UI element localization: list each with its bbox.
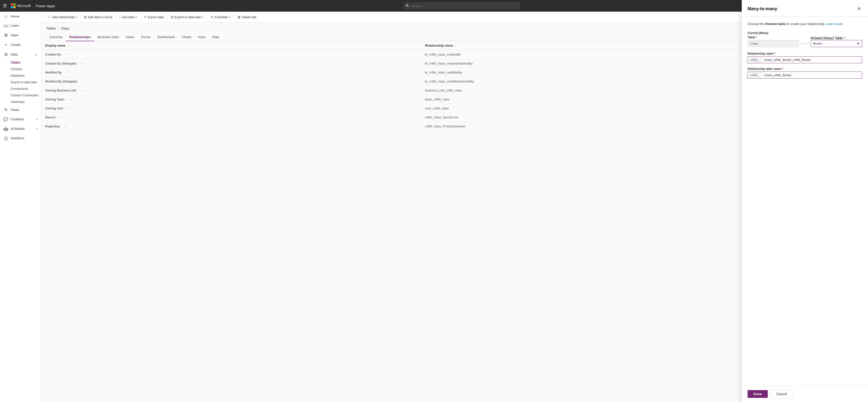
- get-data-icon: ↓: [120, 15, 121, 19]
- sidebar-label-aibuilder: AI Builder: [11, 127, 25, 131]
- current-table-value: Class: [748, 40, 799, 47]
- sidebar-label-learn: Learn: [11, 24, 19, 27]
- display-name-text: Modified By (Delegate): [45, 79, 77, 83]
- col-display-name[interactable]: Display name ↑↓: [41, 41, 421, 50]
- sidebar-item-aibuilder[interactable]: 🤖 AI Builder ▾: [0, 124, 41, 133]
- panel-body: Choose the Related table to create your …: [742, 17, 868, 386]
- panel-close-button[interactable]: ✕: [856, 12, 862, 12]
- relationship-name-group: Relationship name * crfb6_: [748, 52, 862, 63]
- sidebar-item-chatbots[interactable]: 💬 Chatbots ▾: [0, 114, 41, 124]
- tables-row: Current (Many) Table * Class * — * Relat…: [748, 31, 862, 47]
- display-name-text: Owning Team: [45, 98, 64, 101]
- rel-name-text: user_crfb6_class: [425, 106, 449, 110]
- row-dots-menu[interactable]: ···: [66, 70, 70, 74]
- export-lake-label: Export to data lake: [175, 15, 201, 19]
- breadcrumb: Tables › Class: [46, 27, 863, 30]
- sidebar-item-apps[interactable]: ⊞ Apps: [0, 30, 41, 40]
- export-lake-button[interactable]: ⊟ Export to data lake ▾: [168, 14, 206, 20]
- sidebar-label-choices: Choices: [11, 67, 22, 71]
- cancel-button[interactable]: Cancel: [770, 390, 793, 398]
- excel-icon: ⊞: [84, 15, 87, 19]
- sidebar-label-flows: Flows: [11, 108, 19, 111]
- edit-excel-button[interactable]: ⊞ Edit data in Excel: [82, 14, 115, 20]
- learn-more-link[interactable]: Learn more: [826, 22, 843, 26]
- sort-display-name[interactable]: ↑↓: [67, 44, 70, 47]
- export-data-button[interactable]: ↗ Export data: [141, 14, 166, 20]
- search-bar[interactable]: 🔍: [403, 2, 520, 9]
- rel-name-text: lk_crfb6_class_createdonbehalfby: [425, 62, 473, 65]
- row-dots-menu[interactable]: ···: [81, 79, 86, 83]
- tab-columns[interactable]: Columns: [46, 33, 66, 41]
- menu-icon[interactable]: ☰: [3, 3, 7, 8]
- row-dots-menu[interactable]: ···: [81, 61, 85, 65]
- tab-dashboards[interactable]: Dashboards: [154, 33, 179, 41]
- get-data-label: Get data: [122, 15, 134, 19]
- row-dots-menu[interactable]: ···: [59, 115, 64, 119]
- tab-keys[interactable]: Keys: [195, 33, 209, 41]
- rel-name-text: team_crfb6_class: [425, 98, 450, 101]
- aibuilder-chevron: ▾: [36, 127, 38, 130]
- sidebar-item-solutions[interactable]: ◫ Solutions: [0, 133, 41, 143]
- display-name-cell: Regarding ···: [41, 122, 421, 131]
- related-section-label: Related (Many): [811, 36, 835, 40]
- sidebar-item-tables[interactable]: Tables: [0, 59, 41, 66]
- breadcrumb-sep: ›: [58, 27, 59, 30]
- sidebar-label-create: Create: [11, 43, 21, 46]
- sidebar-item-connections[interactable]: Connections: [0, 86, 41, 92]
- sidebar-item-choices[interactable]: Choices: [0, 66, 41, 72]
- breadcrumb-root[interactable]: Tables: [46, 27, 56, 30]
- tab-forms[interactable]: Forms: [138, 33, 154, 41]
- add-relationship-button[interactable]: ＋ Add relationship ▾: [45, 13, 80, 21]
- current-table-field: Current (Many) Table * Class: [748, 31, 799, 47]
- sidebar-item-create[interactable]: ＋ Create: [0, 40, 41, 50]
- sidebar-item-home[interactable]: ⌂ Home: [0, 12, 41, 21]
- sidebar-item-gateways[interactable]: Gateways: [0, 99, 41, 105]
- ai-builder-cmd-icon: ✦: [211, 15, 213, 19]
- ai-builder-chevron: ▾: [229, 16, 230, 19]
- chatbots-chevron: ▾: [36, 118, 38, 121]
- row-dots-menu[interactable]: ···: [68, 97, 73, 101]
- sidebar-item-dataflows[interactable]: Dataflows: [0, 72, 41, 79]
- row-dots-menu[interactable]: ···: [64, 124, 68, 128]
- row-dots-menu[interactable]: ···: [65, 52, 69, 56]
- add-relationship-label: Add relationship: [52, 15, 74, 19]
- tab-charts[interactable]: Charts: [178, 33, 195, 41]
- display-name-cell: Record ···: [41, 113, 421, 122]
- export-data-label: Export data: [148, 15, 164, 19]
- sidebar-label-dataflows: Dataflows: [11, 74, 25, 77]
- row-dots-menu[interactable]: ···: [80, 88, 85, 92]
- tab-views[interactable]: Views: [122, 33, 138, 41]
- relationship-name-input[interactable]: [762, 57, 862, 63]
- panel-footer: Done Cancel: [742, 386, 868, 402]
- apps-icon: ⊞: [3, 33, 8, 37]
- chatbots-icon: 💬: [3, 117, 8, 122]
- sidebar-item-data[interactable]: ⊟ Data ▲: [0, 50, 41, 59]
- sidebar-item-export[interactable]: Export to data lake: [0, 79, 41, 86]
- sidebar-label-gateways: Gateways: [11, 100, 25, 104]
- done-button[interactable]: Done: [748, 390, 768, 398]
- relationship-name-input-wrapper: crfb6_: [748, 56, 862, 63]
- tab-business-rules[interactable]: Business rules: [94, 33, 122, 41]
- search-input[interactable]: [411, 4, 518, 8]
- related-table-select[interactable]: BooksContactsAccountsActivities: [811, 40, 862, 47]
- tab-relationships[interactable]: Relationships: [66, 33, 94, 41]
- rel-name-text: lk_crfb6_class_createdby: [425, 53, 461, 56]
- ai-builder-button[interactable]: ✦ AI Builder ▾: [208, 14, 233, 20]
- sidebar-item-custom-connectors[interactable]: Custom Connectors: [0, 92, 41, 99]
- delete-table-button[interactable]: 🗑 Delete tab: [235, 14, 258, 20]
- add-relationship-chevron: ▾: [76, 16, 77, 19]
- relationship-table-name-input[interactable]: [762, 72, 862, 78]
- ai-builder-label: AI Builder: [214, 15, 228, 19]
- row-dots-menu[interactable]: ···: [67, 106, 72, 110]
- get-data-button[interactable]: ↓ Get data ▾: [117, 14, 139, 20]
- sort-rel-name[interactable]: ↓: [455, 44, 456, 47]
- sidebar-item-flows[interactable]: ↻ Flows: [0, 105, 41, 114]
- delete-table-label: Delete tab: [242, 15, 256, 19]
- breadcrumb-current: Class: [61, 27, 69, 30]
- sidebar-item-learn[interactable]: 📖 Learn: [0, 21, 41, 30]
- relationship-name-prefix: crfb6_: [748, 57, 762, 63]
- display-name-cell: Created By (Delegate) ···: [41, 59, 421, 68]
- ms-label: Microsoft: [17, 4, 31, 8]
- relationship-table-name-input-wrapper: crfb6_: [748, 72, 862, 78]
- tab-data[interactable]: Data: [209, 33, 223, 41]
